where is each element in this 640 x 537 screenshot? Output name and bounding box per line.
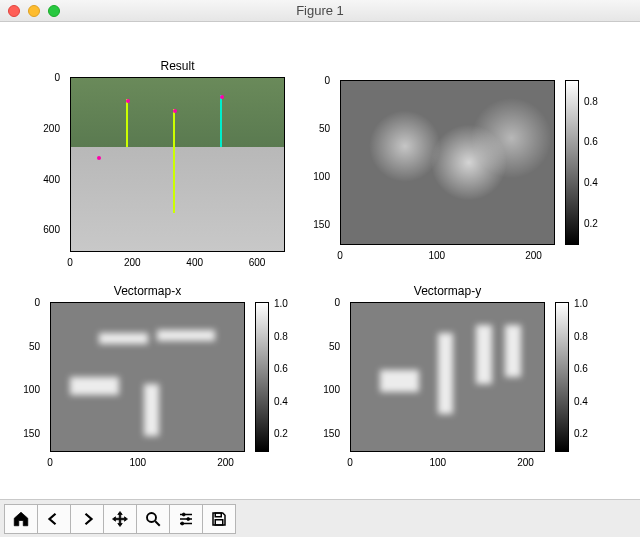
x-tick: 200: [517, 457, 534, 468]
colorbar-tick: 1.0: [274, 298, 288, 309]
figure-window: Figure 1 Result 0 200 400 600 0: [0, 0, 640, 537]
configure-button[interactable]: [169, 504, 203, 534]
back-icon: [45, 510, 63, 528]
x-tick: 200: [217, 457, 234, 468]
subplot-title: Vectormap-x: [50, 284, 245, 298]
svg-point-3: [181, 522, 184, 525]
x-tick: 100: [428, 250, 445, 261]
figure-canvas[interactable]: Result 0 200 400 600 0 200 400 600: [0, 22, 640, 499]
colorbar-tick: 0.4: [584, 177, 598, 188]
colorbar-tick: 0.6: [574, 363, 588, 374]
y-tick: 50: [29, 340, 40, 351]
subplot-vectormap-x: Vectormap-x 0 100 200 0 50 100 150 1.0 0…: [50, 302, 245, 452]
window-title: Figure 1: [0, 3, 640, 18]
x-tick: 200: [525, 250, 542, 261]
axes: [350, 302, 545, 452]
x-tick: 600: [249, 257, 266, 268]
forward-button[interactable]: [70, 504, 104, 534]
pan-button[interactable]: [103, 504, 137, 534]
svg-rect-5: [215, 519, 223, 524]
y-tick: 0: [54, 72, 60, 83]
subplot-result: Result 0 200 400 600 0 200 400 600: [70, 77, 285, 252]
pan-icon: [111, 510, 129, 528]
colorbar: 0.8 0.6 0.4 0.2: [565, 80, 579, 245]
y-tick: 100: [313, 170, 330, 181]
colorbar-tick: 0.4: [274, 395, 288, 406]
y-tick: 150: [323, 427, 340, 438]
x-tick: 0: [47, 457, 53, 468]
colorbar-tick: 1.0: [574, 298, 588, 309]
colorbar-tick: 0.6: [584, 136, 598, 147]
subplot-title: Result: [70, 59, 285, 73]
y-tick: 150: [23, 427, 40, 438]
axes: [340, 80, 555, 245]
save-icon: [210, 510, 228, 528]
colorbar: 1.0 0.8 0.6 0.4 0.2: [555, 302, 569, 452]
svg-point-0: [147, 513, 156, 522]
svg-rect-4: [215, 513, 221, 517]
y-tick: 100: [323, 384, 340, 395]
zoom-button[interactable]: [136, 504, 170, 534]
home-icon: [12, 510, 30, 528]
colorbar-tick: 0.8: [274, 330, 288, 341]
colorbar-tick: 0.8: [574, 330, 588, 341]
x-tick: 100: [429, 457, 446, 468]
colorbar-tick: 0.8: [584, 95, 598, 106]
colorbar-tick: 0.2: [574, 428, 588, 439]
configure-icon: [177, 510, 195, 528]
y-tick: 50: [329, 340, 340, 351]
svg-point-1: [182, 513, 185, 516]
home-button[interactable]: [4, 504, 38, 534]
matplotlib-toolbar: [0, 499, 640, 537]
x-tick: 400: [186, 257, 203, 268]
y-tick: 100: [23, 384, 40, 395]
colorbar-tick: 0.4: [574, 395, 588, 406]
colorbar-tick: 0.2: [584, 217, 598, 228]
subplot-vectormap-y: Vectormap-y 0 100 200 0 50 100 150 1.0 0…: [350, 302, 545, 452]
y-tick: 50: [319, 122, 330, 133]
colorbar: 1.0 0.8 0.6 0.4 0.2: [255, 302, 269, 452]
x-tick: 0: [337, 250, 343, 261]
x-tick: 0: [347, 457, 353, 468]
axes: [70, 77, 285, 252]
y-tick: 0: [334, 297, 340, 308]
subplot-heatmap: 0 100 200 0 50 100 150 0.8 0.6 0.4 0.2: [340, 80, 555, 245]
svg-point-2: [187, 517, 190, 520]
colorbar-tick: 0.6: [274, 363, 288, 374]
vectormap-y-image: [351, 303, 544, 451]
save-button[interactable]: [202, 504, 236, 534]
zoom-icon: [144, 510, 162, 528]
colorbar-tick: 0.2: [274, 428, 288, 439]
y-tick: 400: [43, 173, 60, 184]
forward-icon: [78, 510, 96, 528]
titlebar: Figure 1: [0, 0, 640, 22]
x-tick: 100: [129, 457, 146, 468]
heatmap-image: [341, 81, 554, 244]
y-tick: 0: [324, 75, 330, 86]
y-tick: 200: [43, 122, 60, 133]
back-button[interactable]: [37, 504, 71, 534]
y-tick: 600: [43, 224, 60, 235]
x-tick: 0: [67, 257, 73, 268]
subplot-title: Vectormap-y: [350, 284, 545, 298]
axes: [50, 302, 245, 452]
x-tick: 200: [124, 257, 141, 268]
y-tick: 0: [34, 297, 40, 308]
y-tick: 150: [313, 218, 330, 229]
pose-image: [71, 78, 284, 251]
vectormap-x-image: [51, 303, 244, 451]
